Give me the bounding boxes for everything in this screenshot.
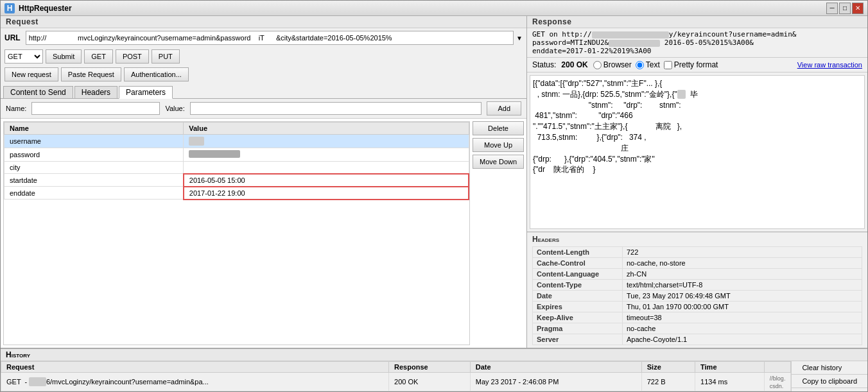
history-size: 722 B — [641, 373, 695, 391]
col-header-value: Value — [184, 123, 469, 135]
delete-button[interactable]: Delete — [473, 121, 524, 135]
params-side-buttons: Delete Move Up Move Down — [473, 121, 524, 345]
response-header-row: Status: 200 OK Browser Text — [527, 58, 867, 72]
history-table: Request Response Date Size Time GET - 6/… — [1, 361, 791, 391]
toolbar-row: GET POST PUT DELETE Submit GET POST PUT — [1, 47, 526, 65]
window-controls: ─ □ ✕ — [826, 3, 864, 14]
header-key: Content-Length — [533, 247, 623, 258]
close-button[interactable]: ✕ — [852, 3, 864, 14]
header-value: Thu, 01 Jan 1970 00:00:00 GMT — [623, 302, 862, 312]
header-value: text/html;charset=UTF-8 — [623, 280, 862, 291]
pretty-format-text: Pretty format — [674, 60, 718, 69]
param-name-cell: city — [4, 162, 184, 174]
history-col-request: Request — [1, 362, 389, 373]
header-value: Tue, 23 May 2017 06:49:48 GMT — [623, 291, 862, 302]
col-header-name: Name — [4, 123, 184, 135]
post-button[interactable]: POST — [116, 49, 149, 64]
response-line: 713.5,stnm: },{"drp": 374 , — [533, 132, 862, 143]
history-response: 200 OK — [389, 373, 471, 391]
method-select[interactable]: GET POST PUT DELETE — [4, 49, 43, 64]
param-value-cell: 2016-05-05 15:00 — [184, 174, 469, 187]
header-key: Keep-Alive — [533, 312, 623, 323]
toolbar-row-2: New request Paste Request Authentication… — [1, 65, 526, 83]
paste-request-button[interactable]: Paste Request — [61, 67, 121, 81]
copy-to-clipboard-button[interactable]: Copy to clipboard — [792, 375, 867, 388]
tab-parameters[interactable]: Parameters — [119, 86, 173, 99]
history-extra: //blog. csdn. — [764, 373, 791, 391]
url-row: URL ▼ — [1, 28, 526, 47]
maximize-button[interactable]: □ — [839, 3, 851, 14]
get-button[interactable]: GET — [84, 49, 113, 64]
app-icon: H — [4, 3, 15, 13]
params-table: Name Value username ad n pa — [4, 122, 469, 200]
move-down-button[interactable]: Move Down — [473, 155, 524, 169]
header-key: Server — [533, 334, 623, 345]
url-dropdown-icon[interactable]: ▼ — [516, 35, 523, 42]
url-input[interactable] — [26, 31, 514, 45]
history-buttons: Clear history Copy to clipboard — [791, 361, 867, 391]
text-radio[interactable] — [636, 61, 644, 69]
header-value: no-cache, no-store — [623, 258, 862, 269]
response-line: ".""471.5","stnm":"土主家"},{ 离院 }, — [533, 121, 862, 132]
browser-radio[interactable] — [593, 61, 602, 69]
text-radio-label[interactable]: Text — [636, 60, 660, 69]
header-row: Content-Languagezh-CN — [533, 269, 862, 280]
text-label: Text — [646, 60, 660, 69]
param-value-cell — [184, 162, 469, 174]
title-bar: H HttpRequester ─ □ ✕ — [1, 1, 867, 16]
pretty-format-label[interactable]: Pretty format — [664, 60, 718, 69]
history-content: Request Response Date Size Time GET - 6/… — [1, 361, 867, 391]
tabs-row: Content to Send Headers Parameters — [1, 83, 526, 99]
header-key: Pragma — [533, 323, 623, 334]
status-label: Status: — [532, 60, 556, 69]
minimize-button[interactable]: ─ — [826, 3, 838, 14]
param-value-cell: ad n — [184, 135, 469, 148]
header-key: Content-Language — [533, 269, 623, 280]
param-name-cell: password — [4, 148, 184, 162]
put-button[interactable]: PUT — [152, 49, 180, 64]
response-line: "stnm": "drp": stnm": — [533, 100, 862, 111]
pretty-format-checkbox[interactable] — [664, 61, 672, 69]
view-raw-link[interactable]: View raw transaction — [797, 61, 862, 69]
window-title: HttpRequester — [19, 4, 826, 13]
format-radio-group: Browser Text Pretty format — [593, 60, 718, 69]
submit-button[interactable]: Submit — [46, 49, 82, 64]
tab-content-to-send[interactable]: Content to Send — [3, 86, 73, 98]
main-window: H HttpRequester ─ □ ✕ Request URL ▼ GET … — [0, 0, 868, 392]
history-table-wrap: Request Response Date Size Time GET - 6/… — [1, 361, 791, 391]
name-value-add-row: Name: Value: Add — [1, 99, 526, 119]
response-line: [{"data":[{"drp":"527","stnm":"主F"... },… — [533, 78, 862, 89]
table-row[interactable]: username ad n — [4, 135, 469, 148]
header-row: Keep-Alivetimeout=38 — [533, 312, 862, 323]
history-request: GET - 6/mvcLoginzy/keyraincount?username… — [1, 373, 389, 391]
value-input[interactable] — [190, 102, 482, 115]
history-date: May 23 2017 - 2:46:08 PM — [470, 373, 641, 391]
table-row[interactable]: city — [4, 162, 469, 174]
header-value: Apache-Coyote/1.1 — [623, 334, 862, 345]
table-row[interactable]: startdate 2016-05-05 15:00 — [4, 174, 469, 187]
header-row: Content-Typetext/html;charset=UTF-8 — [533, 280, 862, 291]
authentication-button[interactable]: Authentication... — [124, 67, 189, 81]
header-key: Content-Type — [533, 280, 623, 291]
name-input[interactable] — [31, 102, 160, 115]
response-line: {"drp: },{"drp":"404.5","stnm":"家" — [533, 154, 862, 165]
tab-headers[interactable]: Headers — [74, 86, 117, 98]
move-up-button[interactable]: Move Up — [473, 138, 524, 152]
clear-history-button[interactable]: Clear history — [792, 361, 867, 375]
main-content: Request URL ▼ GET POST PUT DELETE Submit… — [1, 16, 867, 348]
add-button[interactable]: Add — [487, 101, 521, 115]
history-col-extra — [764, 362, 791, 373]
new-request-button[interactable]: New request — [4, 67, 58, 81]
response-content[interactable]: [{"data":[{"drp":"527","stnm":"主F"... },… — [530, 75, 865, 229]
header-key: Date — [533, 291, 623, 302]
browser-radio-label[interactable]: Browser — [593, 60, 632, 69]
history-row[interactable]: GET - 6/mvcLoginzy/keyraincount?username… — [1, 373, 791, 391]
name-label: Name: — [6, 105, 26, 112]
header-row: DateTue, 23 May 2017 06:49:48 GMT — [533, 291, 862, 302]
history-col-size: Size — [641, 362, 695, 373]
header-value: zh-CN — [623, 269, 862, 280]
table-row[interactable]: password — [4, 148, 469, 162]
status-value: 200 OK — [561, 60, 587, 69]
response-section-header: Response — [527, 16, 867, 28]
table-row[interactable]: enddate 2017-01-22 19:00 — [4, 187, 469, 200]
